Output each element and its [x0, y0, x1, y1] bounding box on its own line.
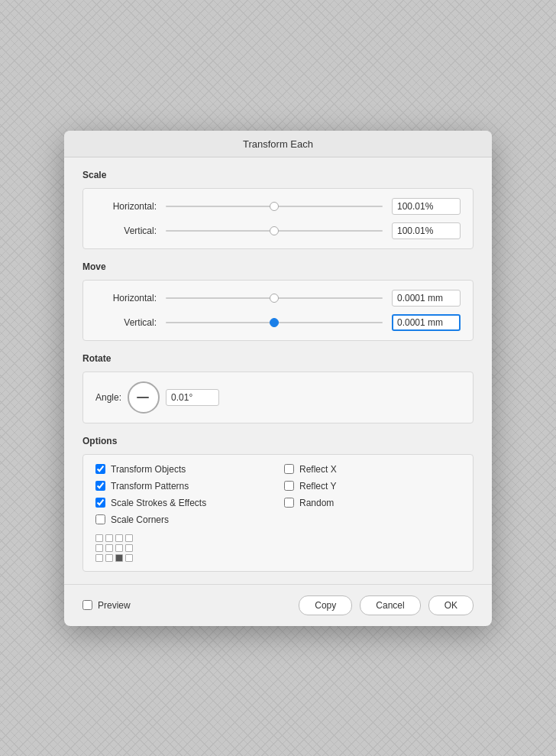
reflect-x-checkbox[interactable] [284, 464, 294, 474]
reference-grid[interactable] [95, 534, 461, 562]
ref-dot-11[interactable] [115, 554, 123, 562]
ref-dot-5[interactable] [95, 544, 103, 552]
ref-dot-12[interactable] [125, 554, 133, 562]
transform-patterns-checkbox[interactable] [95, 481, 105, 491]
reflect-y-checkbox[interactable] [284, 481, 294, 491]
move-horizontal-row: Horizontal: [95, 290, 461, 307]
scale-corners-row: Scale Corners [95, 514, 272, 525]
ref-dot-4[interactable] [125, 534, 133, 542]
scale-horizontal-label: Horizontal: [95, 201, 157, 212]
transform-each-dialog: Transform Each Scale Horizontal: Vertica… [64, 131, 492, 626]
scale-vertical-input[interactable] [392, 222, 461, 239]
ref-dot-9[interactable] [95, 554, 103, 562]
reflect-y-label: Reflect Y [299, 481, 336, 492]
transform-patterns-label: Transform Patterns [111, 481, 189, 492]
move-vertical-slider[interactable] [166, 315, 383, 330]
ref-dot-3[interactable] [115, 534, 123, 542]
reflect-y-row: Reflect Y [284, 481, 461, 492]
random-label: Random [299, 498, 334, 508]
move-vertical-label: Vertical: [95, 317, 157, 328]
move-horizontal-slider[interactable] [166, 290, 383, 306]
ref-dot-1[interactable] [95, 534, 103, 542]
angle-row: Angle: [95, 381, 461, 414]
angle-wheel[interactable] [128, 381, 160, 414]
rotate-section: Rotate Angle: [82, 353, 474, 423]
scale-horizontal-row: Horizontal: [95, 198, 461, 215]
scale-strokes-checkbox[interactable] [95, 498, 105, 508]
preview-label: Preview [98, 600, 131, 611]
scale-vertical-label: Vertical: [95, 226, 157, 236]
reflect-x-row: Reflect X [284, 464, 461, 475]
options-section-title: Options [82, 436, 474, 446]
dialog-title: Transform Each [64, 131, 492, 157]
ref-dot-10[interactable] [105, 554, 113, 562]
scale-horizontal-slider[interactable] [166, 199, 383, 214]
scale-vertical-row: Vertical: [95, 222, 461, 239]
angle-label: Angle: [95, 392, 121, 403]
move-horizontal-label: Horizontal: [95, 293, 157, 303]
options-grid: Transform Objects Reflect X Transform Pa… [95, 464, 461, 525]
scale-strokes-row: Scale Strokes & Effects [95, 498, 272, 508]
random-checkbox[interactable] [284, 498, 294, 508]
scale-corners-label: Scale Corners [111, 514, 169, 525]
transform-objects-checkbox[interactable] [95, 464, 105, 474]
scale-section: Scale Horizontal: Vertical: [82, 170, 474, 249]
scale-section-content: Horizontal: Vertical: [82, 188, 474, 249]
ref-dot-8[interactable] [125, 544, 133, 552]
rotate-section-title: Rotate [82, 353, 474, 364]
rotate-section-content: Angle: [82, 372, 474, 423]
transform-objects-label: Transform Objects [111, 464, 186, 475]
scale-corners-checkbox[interactable] [95, 514, 105, 524]
ok-button[interactable]: OK [428, 595, 474, 615]
ref-dot-7[interactable] [115, 544, 123, 552]
scale-vertical-slider[interactable] [166, 223, 383, 238]
options-section-content: Transform Objects Reflect X Transform Pa… [82, 454, 474, 572]
footer-left: Preview [82, 600, 291, 611]
scale-strokes-label: Scale Strokes & Effects [111, 498, 206, 508]
scale-horizontal-input[interactable] [392, 198, 461, 215]
reflect-x-label: Reflect X [299, 464, 337, 475]
move-vertical-row: Vertical: [95, 314, 461, 331]
move-vertical-input[interactable] [392, 314, 461, 331]
move-horizontal-input[interactable] [392, 290, 461, 307]
ref-dot-2[interactable] [105, 534, 113, 542]
options-section: Options Transform Objects Reflect X [82, 436, 474, 572]
ref-dot-6[interactable] [105, 544, 113, 552]
transform-objects-row: Transform Objects [95, 464, 272, 475]
scale-section-title: Scale [82, 170, 474, 180]
move-section: Move Horizontal: Vertical: [82, 261, 474, 341]
angle-input[interactable] [166, 389, 219, 406]
preview-checkbox[interactable] [82, 600, 92, 610]
random-row: Random [284, 498, 461, 508]
move-section-content: Horizontal: Vertical: [82, 280, 474, 341]
transform-patterns-row: Transform Patterns [95, 481, 272, 492]
dialog-footer: Preview Copy Cancel OK [64, 584, 492, 626]
cancel-button[interactable]: Cancel [360, 595, 420, 615]
move-section-title: Move [82, 261, 474, 272]
copy-button[interactable]: Copy [299, 595, 352, 615]
